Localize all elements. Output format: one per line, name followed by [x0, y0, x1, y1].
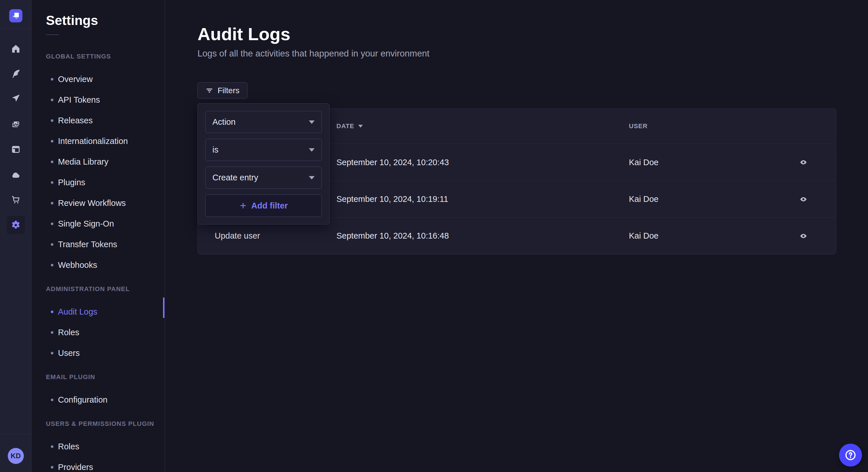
- help-button[interactable]: [839, 444, 862, 467]
- subnav-item-up-roles[interactable]: Roles: [32, 436, 165, 457]
- section-email-plugin: EMAIL PLUGIN: [46, 373, 165, 381]
- bullet-icon: [51, 243, 53, 246]
- user-cell: Kai Doe: [629, 158, 786, 167]
- view-details-button[interactable]: [797, 194, 810, 204]
- media-library-icon[interactable]: [11, 119, 21, 130]
- home-icon[interactable]: [11, 43, 21, 54]
- subnav-item-api-tokens[interactable]: API Tokens: [32, 90, 165, 110]
- page-title: Audit Logs: [197, 25, 836, 43]
- active-item-indicator: [163, 297, 164, 318]
- bullet-icon: [51, 352, 53, 355]
- user-cell: Kai Doe: [629, 194, 786, 204]
- filter-value-select[interactable]: Create entry: [205, 167, 322, 189]
- filter-icon: [206, 87, 213, 94]
- strapi-logo-icon: [9, 9, 22, 22]
- filter-field-value: Action: [212, 117, 236, 127]
- filters-button-label: Filters: [218, 86, 239, 95]
- rail-bottom-divider: [0, 434, 31, 434]
- bullet-icon: [51, 223, 53, 225]
- subnav-item-providers[interactable]: Providers: [32, 457, 165, 472]
- users-permissions-list: Roles Providers: [32, 436, 165, 472]
- eye-icon: [799, 159, 808, 166]
- subnav-item-audit-logs[interactable]: Audit Logs: [32, 301, 165, 322]
- page-subtitle: Logs of all the activities that happened…: [197, 49, 836, 58]
- settings-gear-icon[interactable]: [7, 216, 25, 234]
- bullet-icon: [51, 310, 53, 313]
- cloud-icon[interactable]: [11, 170, 21, 180]
- date-cell: September 10, 2024, 10:20:43: [336, 158, 629, 167]
- date-column-header[interactable]: DATE: [336, 123, 629, 130]
- action-cell: Update user: [215, 231, 336, 241]
- subnav-item-roles[interactable]: Roles: [32, 322, 165, 343]
- strapi-logo[interactable]: [9, 9, 22, 22]
- bullet-icon: [51, 78, 53, 80]
- bullet-icon: [51, 99, 53, 101]
- rail-divider: [0, 29, 31, 29]
- bullet-icon: [51, 264, 53, 266]
- user-cell: Kai Doe: [629, 231, 786, 241]
- subnav-item-single-sign-on[interactable]: Single Sign-On: [32, 213, 165, 234]
- chevron-down-icon: [309, 176, 315, 179]
- subnav-item-webhooks[interactable]: Webhooks: [32, 255, 165, 275]
- subnav-item-configuration[interactable]: Configuration: [32, 390, 165, 410]
- eye-icon: [799, 196, 808, 203]
- section-users-permissions-plugin: USERS & PERMISSIONS PLUGIN: [46, 420, 165, 428]
- add-filter-button[interactable]: Add filter: [205, 194, 322, 217]
- bullet-icon: [51, 399, 53, 401]
- subnav-item-plugins[interactable]: Plugins: [32, 172, 165, 193]
- bullet-icon: [51, 161, 53, 163]
- filter-field-select[interactable]: Action: [205, 111, 322, 133]
- global-settings-list: Overview API Tokens Releases Internation…: [32, 69, 165, 275]
- plus-icon: [239, 202, 247, 210]
- subnav-title: Settings: [32, 0, 165, 28]
- user-column-header: USER: [629, 123, 786, 130]
- chevron-down-icon: [309, 121, 315, 124]
- layout-icon[interactable]: [11, 144, 21, 155]
- feather-icon[interactable]: [11, 69, 21, 79]
- main-content: Audit Logs Logs of all the activities th…: [165, 0, 868, 472]
- filters-button[interactable]: Filters: [197, 82, 247, 99]
- question-mark-icon: [844, 449, 857, 461]
- subnav-item-releases[interactable]: Releases: [32, 110, 165, 131]
- subnav-title-divider: [46, 34, 59, 35]
- date-cell: September 10, 2024, 10:19:11: [336, 194, 629, 204]
- subnav-item-users[interactable]: Users: [32, 343, 165, 363]
- add-filter-label: Add filter: [251, 201, 288, 210]
- subnav-item-review-workflows[interactable]: Review Workflows: [32, 193, 165, 213]
- user-avatar[interactable]: KD: [8, 448, 24, 464]
- sort-desc-icon: [358, 125, 363, 128]
- main-nav-rail: KD: [0, 0, 32, 472]
- bullet-icon: [51, 202, 53, 204]
- subnav-item-overview[interactable]: Overview: [32, 69, 165, 90]
- subnav-item-internationalization[interactable]: Internationalization: [32, 131, 165, 151]
- bullet-icon: [51, 445, 53, 448]
- cart-icon[interactable]: [11, 194, 21, 205]
- email-plugin-list: Configuration: [32, 390, 165, 410]
- date-cell: September 10, 2024, 10:16:48: [336, 231, 629, 241]
- administration-panel-list: Audit Logs Roles Users: [32, 301, 165, 363]
- bullet-icon: [51, 466, 53, 469]
- view-details-button[interactable]: [797, 157, 810, 167]
- subnav-item-transfer-tokens[interactable]: Transfer Tokens: [32, 234, 165, 255]
- bullet-icon: [51, 119, 53, 122]
- bullet-icon: [51, 181, 53, 184]
- filters-row: Filters: [197, 82, 836, 99]
- settings-subnav: Settings GLOBAL SETTINGS Overview API To…: [32, 0, 165, 472]
- subnav-item-media-library[interactable]: Media Library: [32, 151, 165, 172]
- eye-icon: [799, 232, 808, 240]
- bullet-icon: [51, 140, 53, 142]
- view-details-button[interactable]: [797, 231, 810, 241]
- filter-operator-value: is: [212, 145, 218, 155]
- avatar-initials: KD: [11, 452, 21, 460]
- filter-popover: Action is Create entry Add filter: [197, 103, 330, 225]
- section-administration-panel: ADMINISTRATION PANEL: [46, 285, 165, 293]
- bullet-icon: [51, 331, 53, 334]
- send-icon[interactable]: [11, 93, 21, 103]
- filter-operator-select[interactable]: is: [205, 139, 322, 161]
- chevron-down-icon: [309, 148, 315, 152]
- section-global-settings: GLOBAL SETTINGS: [46, 53, 165, 60]
- filter-value-value: Create entry: [212, 173, 258, 182]
